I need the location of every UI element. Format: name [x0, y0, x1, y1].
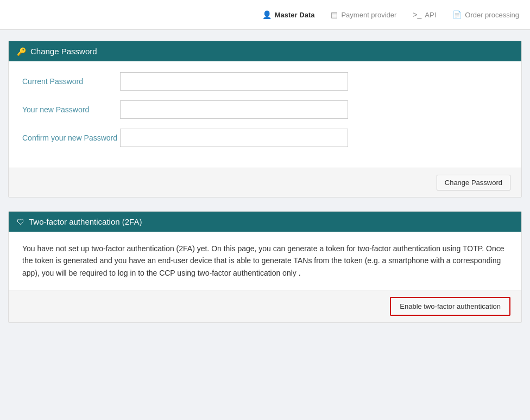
change-password-header: 🔑 Change Password — [9, 41, 521, 61]
main-content: 🔑 Change Password Current Password Your … — [0, 30, 530, 347]
new-password-input[interactable] — [120, 100, 348, 119]
current-password-row: Current Password — [22, 72, 508, 91]
change-password-card: 🔑 Change Password Current Password Your … — [8, 41, 522, 198]
nav-item-master-data[interactable]: 👤 Master Data — [262, 10, 315, 19]
payment-icon: ▤ — [331, 10, 338, 19]
nav-item-api[interactable]: >_ API — [413, 10, 436, 19]
two-factor-body: You have not set up two-factor authentic… — [9, 232, 521, 290]
document-icon: 📄 — [452, 10, 462, 19]
two-factor-title: Two-factor authentication (2FA) — [29, 217, 142, 226]
new-password-label: Your new Password — [22, 105, 120, 114]
confirm-password-row: Confirm your new Password — [22, 129, 508, 147]
two-factor-footer: Enable two-factor authentication — [9, 290, 521, 322]
current-password-label: Current Password — [22, 77, 120, 86]
confirm-password-label: Confirm your new Password — [22, 133, 120, 142]
api-icon: >_ — [413, 10, 421, 19]
nav-label-order-processing: Order processing — [465, 11, 519, 19]
nav-items: 👤 Master Data ▤ Payment provider >_ API … — [262, 10, 519, 19]
current-password-input[interactable] — [120, 72, 348, 91]
two-factor-header: 🛡 Two-factor authentication (2FA) — [9, 212, 521, 232]
nav-label-api: API — [425, 11, 436, 19]
key-icon: 🔑 — [17, 47, 26, 56]
two-factor-description: You have not set up two-factor authentic… — [22, 243, 508, 279]
change-password-body: Current Password Your new Password Confi… — [9, 61, 521, 168]
change-password-title: Change Password — [30, 47, 97, 56]
confirm-password-input[interactable] — [120, 129, 348, 147]
nav-item-payment-provider[interactable]: ▤ Payment provider — [331, 10, 396, 19]
new-password-row: Your new Password — [22, 100, 508, 119]
two-factor-card: 🛡 Two-factor authentication (2FA) You ha… — [8, 211, 522, 323]
change-password-footer: Change Password — [9, 168, 521, 197]
person-icon: 👤 — [262, 10, 272, 19]
shield-icon: 🛡 — [17, 218, 24, 226]
top-navigation: 👤 Master Data ▤ Payment provider >_ API … — [0, 0, 530, 30]
nav-label-payment-provider: Payment provider — [341, 11, 396, 19]
nav-item-order-processing[interactable]: 📄 Order processing — [452, 10, 519, 19]
nav-label-master-data: Master Data — [275, 11, 315, 19]
enable-two-factor-button[interactable]: Enable two-factor authentication — [390, 297, 510, 316]
change-password-button[interactable]: Change Password — [437, 175, 510, 190]
